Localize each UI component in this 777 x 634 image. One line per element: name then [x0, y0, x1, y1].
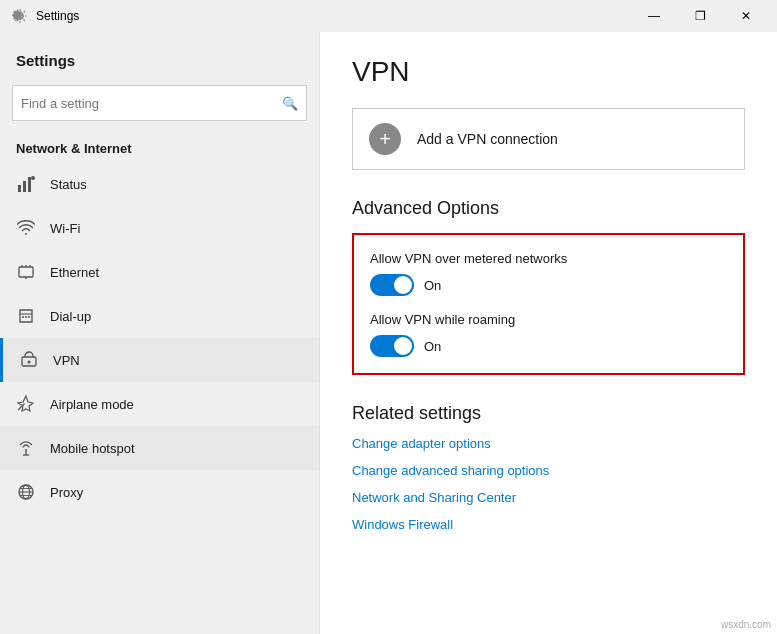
watermark: wsxdn.com	[721, 619, 771, 630]
sidebar-item-vpn[interactable]: VPN	[0, 338, 319, 382]
title-bar: Settings — ❐ ✕	[0, 0, 777, 32]
search-icon: 🔍	[282, 96, 298, 111]
close-button[interactable]: ✕	[723, 0, 769, 32]
sidebar-item-ethernet[interactable]: Ethernet	[0, 250, 319, 294]
search-input[interactable]	[21, 96, 282, 111]
sidebar-item-airplane[interactable]: Airplane mode	[0, 382, 319, 426]
ethernet-icon	[16, 262, 36, 282]
svg-point-11	[22, 316, 24, 318]
sidebar-item-wifi[interactable]: Wi-Fi	[0, 206, 319, 250]
sidebar: Settings 🔍 Network & Internet Status	[0, 32, 320, 634]
toggle-metered-control: On	[370, 274, 727, 296]
title-bar-left: Settings	[12, 8, 79, 24]
related-link-network-center[interactable]: Network and Sharing Center	[352, 490, 745, 505]
proxy-icon	[16, 482, 36, 502]
related-settings-title: Related settings	[352, 403, 745, 424]
minimize-button[interactable]: —	[631, 0, 677, 32]
svg-point-13	[28, 316, 30, 318]
sidebar-item-label-status: Status	[50, 177, 87, 192]
sidebar-item-label-dialup: Dial-up	[50, 309, 91, 324]
related-link-sharing[interactable]: Change advanced sharing options	[352, 463, 745, 478]
content-area: VPN + Add a VPN connection Advanced Opti…	[320, 32, 777, 634]
advanced-options-box: Allow VPN over metered networks On Allow…	[352, 233, 745, 375]
sidebar-item-label-hotspot: Mobile hotspot	[50, 441, 135, 456]
sidebar-header: Settings	[0, 32, 319, 77]
toggle-roaming-control: On	[370, 335, 727, 357]
sidebar-item-status[interactable]: Status	[0, 162, 319, 206]
search-box[interactable]: 🔍	[12, 85, 307, 121]
sidebar-item-label-wifi: Wi-Fi	[50, 221, 80, 236]
hotspot-icon	[16, 438, 36, 458]
title-bar-controls: — ❐ ✕	[631, 0, 769, 32]
maximize-button[interactable]: ❐	[677, 0, 723, 32]
settings-app-icon	[12, 8, 28, 24]
svg-rect-1	[18, 185, 21, 192]
airplane-icon	[16, 394, 36, 414]
wifi-icon	[16, 218, 36, 238]
svg-rect-5	[19, 267, 33, 277]
sidebar-item-dialup[interactable]: Dial-up	[0, 294, 319, 338]
sidebar-item-label-vpn: VPN	[53, 353, 80, 368]
add-icon: +	[369, 123, 401, 155]
related-link-firewall[interactable]: Windows Firewall	[352, 517, 745, 532]
svg-point-15	[28, 361, 31, 364]
advanced-options-title: Advanced Options	[352, 198, 745, 219]
dialup-icon	[16, 306, 36, 326]
svg-point-12	[25, 316, 27, 318]
toggle-metered-switch[interactable]	[370, 274, 414, 296]
sidebar-item-hotspot[interactable]: Mobile hotspot	[0, 426, 319, 470]
toggle-roaming-label: Allow VPN while roaming	[370, 312, 727, 327]
vpn-icon	[19, 350, 39, 370]
toggle-metered-label: Allow VPN over metered networks	[370, 251, 727, 266]
page-title: VPN	[352, 56, 745, 88]
app-body: Settings 🔍 Network & Internet Status	[0, 32, 777, 634]
sidebar-item-label-airplane: Airplane mode	[50, 397, 134, 412]
svg-rect-2	[23, 181, 26, 192]
sidebar-item-proxy[interactable]: Proxy	[0, 470, 319, 514]
sidebar-item-label-ethernet: Ethernet	[50, 265, 99, 280]
section-label: Network & Internet	[0, 133, 319, 162]
toggle-roaming-row: Allow VPN while roaming On	[370, 312, 727, 357]
add-vpn-label: Add a VPN connection	[417, 131, 558, 147]
svg-point-4	[31, 176, 35, 180]
title-bar-title: Settings	[36, 9, 79, 23]
toggle-metered-state: On	[424, 278, 441, 293]
related-link-adapter[interactable]: Change adapter options	[352, 436, 745, 451]
toggle-roaming-state: On	[424, 339, 441, 354]
toggle-metered-row: Allow VPN over metered networks On	[370, 251, 727, 296]
add-vpn-box[interactable]: + Add a VPN connection	[352, 108, 745, 170]
status-icon	[16, 174, 36, 194]
svg-rect-3	[28, 177, 31, 192]
sidebar-item-label-proxy: Proxy	[50, 485, 83, 500]
toggle-roaming-switch[interactable]	[370, 335, 414, 357]
